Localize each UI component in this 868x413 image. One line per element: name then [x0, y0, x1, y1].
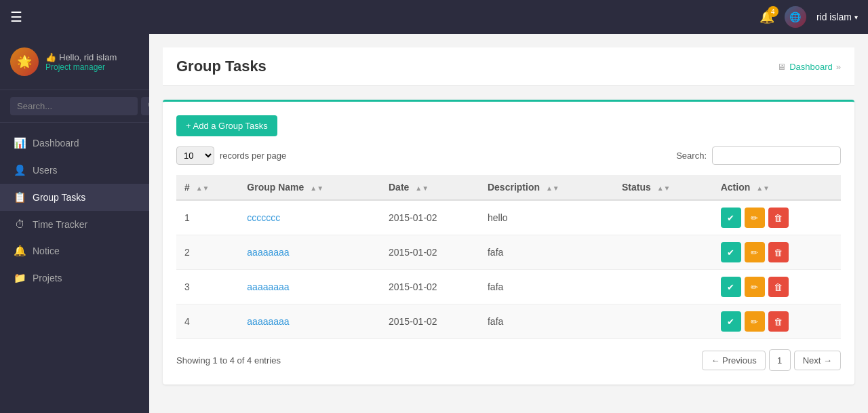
table-body: 1 ccccccc 2015-01-02 hello ✔ ✏ 🗑 2 aaaaa…	[176, 200, 841, 339]
cell-action: ✔ ✏ 🗑	[713, 270, 841, 304]
edit-button[interactable]: ✏	[745, 242, 765, 262]
check-button[interactable]: ✔	[721, 208, 741, 228]
notification-badge: 4	[768, 6, 778, 17]
records-per-page-control: 10 25 50 100 records per page	[176, 146, 286, 165]
cell-group-name: ccccccc	[239, 200, 380, 235]
notification-bell[interactable]: 🔔 4	[760, 9, 774, 24]
table-search-area: Search:	[676, 146, 841, 165]
table-search-input[interactable]	[712, 146, 841, 165]
previous-button[interactable]: ← Previous	[702, 351, 765, 370]
cell-description: hello	[479, 200, 614, 235]
sidebar-item-label: Users	[33, 165, 58, 176]
sidebar-search-area: 🔍	[0, 90, 149, 123]
top-nav-right: 🔔 4 🌐 rid islam ▾	[760, 6, 858, 28]
next-button[interactable]: Next →	[794, 351, 841, 370]
sort-icon[interactable]: ▲▼	[415, 184, 429, 192]
sidebar-user-info: 👍 Hello, rid islam Project manager	[45, 52, 117, 72]
sidebar-item-users[interactable]: 👤 Users	[0, 157, 149, 184]
sidebar-search-button[interactable]: 🔍	[141, 97, 149, 115]
sidebar-user-profile: 🌟 👍 Hello, rid islam Project manager	[0, 34, 149, 90]
delete-button[interactable]: 🗑	[768, 242, 789, 262]
table-header-row: # ▲▼ Group Name ▲▼ Date ▲▼ Description ▲…	[176, 175, 841, 200]
monitor-icon: 🖥	[777, 62, 786, 72]
sidebar-nav: 📊 Dashboard 👤 Users 📋 Group Tasks ⏱ Time…	[0, 123, 149, 413]
cell-date: 2015-01-02	[380, 270, 479, 304]
action-buttons: ✔ ✏ 🗑	[721, 208, 833, 228]
check-button[interactable]: ✔	[721, 311, 741, 332]
cell-num: 3	[176, 270, 239, 304]
sort-icon[interactable]: ▲▼	[310, 184, 323, 192]
cell-description: fafa	[479, 235, 614, 270]
group-tasks-icon: 📋	[14, 191, 26, 203]
cell-description: fafa	[479, 304, 614, 339]
sidebar-user-role: Project manager	[45, 62, 117, 72]
group-name-link[interactable]: aaaaaaaa	[247, 281, 289, 292]
sort-icon[interactable]: ▲▼	[546, 184, 559, 192]
group-tasks-table: # ▲▼ Group Name ▲▼ Date ▲▼ Description ▲…	[176, 175, 841, 339]
page-header: Group Tasks 🖥 Dashboard »	[163, 47, 854, 86]
edit-button[interactable]: ✏	[745, 311, 765, 332]
content-area: Group Tasks 🖥 Dashboard » + Add a Group …	[149, 34, 868, 413]
breadcrumb-link[interactable]: Dashboard	[789, 62, 833, 72]
user-menu-button[interactable]: rid islam ▾	[816, 12, 858, 22]
notice-icon: 🔔	[14, 245, 26, 257]
breadcrumb-separator: »	[836, 62, 841, 72]
sidebar-user-hello: 👍 Hello, rid islam	[45, 52, 117, 62]
add-group-tasks-button[interactable]: + Add a Group Tasks	[176, 115, 277, 136]
sidebar-item-notice[interactable]: 🔔 Notice	[0, 237, 149, 264]
sidebar-item-group-tasks[interactable]: 📋 Group Tasks	[0, 184, 149, 211]
globe-icon: 🌐	[789, 12, 801, 22]
action-buttons: ✔ ✏ 🗑	[721, 242, 833, 262]
edit-button[interactable]: ✏	[745, 208, 765, 228]
col-status: Status ▲▼	[614, 175, 713, 200]
sidebar: 🌟 👍 Hello, rid islam Project manager 🔍 📊…	[0, 34, 149, 413]
col-action: Action ▲▼	[713, 175, 841, 200]
group-name-link[interactable]: ccccccc	[247, 212, 280, 223]
pagination-area: Showing 1 to 4 of 4 entries ← Previous 1…	[176, 349, 841, 371]
table-controls: 10 25 50 100 records per page Search:	[176, 146, 841, 165]
check-button[interactable]: ✔	[721, 242, 741, 262]
sidebar-item-label: Projets	[33, 273, 62, 283]
sidebar-item-label: Dashboard	[33, 138, 79, 149]
caret-down-icon: ▾	[854, 14, 858, 21]
sidebar-user-avatar: 🌟	[10, 47, 39, 76]
sidebar-search-input[interactable]	[10, 97, 138, 115]
table-row: 4 aaaaaaaa 2015-01-02 fafa ✔ ✏ 🗑	[176, 304, 841, 339]
sort-icon[interactable]: ▲▼	[196, 184, 210, 192]
cell-num: 2	[176, 235, 239, 270]
cell-action: ✔ ✏ 🗑	[713, 200, 841, 235]
col-description: Description ▲▼	[479, 175, 614, 200]
cell-action: ✔ ✏ 🗑	[713, 235, 841, 270]
cell-status	[614, 235, 713, 270]
sidebar-item-label: Notice	[33, 245, 60, 256]
cell-group-name: aaaaaaaa	[239, 235, 380, 270]
sidebar-item-projets[interactable]: 📁 Projets	[0, 264, 149, 292]
top-navbar: ☰ 🔔 4 🌐 rid islam ▾	[0, 0, 868, 34]
delete-button[interactable]: 🗑	[768, 277, 789, 297]
sort-icon[interactable]: ▲▼	[657, 184, 671, 192]
breadcrumb: 🖥 Dashboard »	[777, 62, 841, 72]
cell-group-name: aaaaaaaa	[239, 304, 380, 339]
cell-status	[614, 304, 713, 339]
page-number-1[interactable]: 1	[769, 349, 791, 371]
group-name-link[interactable]: aaaaaaaa	[247, 316, 289, 327]
hamburger-button[interactable]: ☰	[10, 9, 22, 25]
cell-description: fafa	[479, 270, 614, 304]
sidebar-item-dashboard[interactable]: 📊 Dashboard	[0, 130, 149, 157]
table-row: 1 ccccccc 2015-01-02 hello ✔ ✏ 🗑	[176, 200, 841, 235]
sidebar-item-label: Time Tracker	[33, 219, 87, 230]
edit-button[interactable]: ✏	[745, 277, 765, 297]
group-name-link[interactable]: aaaaaaaa	[247, 247, 289, 258]
sidebar-item-time-tracker[interactable]: ⏱ Time Tracker	[0, 211, 149, 237]
cell-num: 4	[176, 304, 239, 339]
sort-icon[interactable]: ▲▼	[756, 184, 770, 192]
search-label: Search:	[676, 151, 707, 161]
check-button[interactable]: ✔	[721, 277, 741, 297]
cell-action: ✔ ✏ 🗑	[713, 304, 841, 339]
records-per-page-label: records per page	[220, 151, 286, 161]
col-num: # ▲▼	[176, 175, 239, 200]
delete-button[interactable]: 🗑	[768, 311, 789, 332]
cell-num: 1	[176, 200, 239, 235]
records-per-page-select[interactable]: 10 25 50 100	[176, 146, 214, 165]
delete-button[interactable]: 🗑	[768, 208, 789, 228]
